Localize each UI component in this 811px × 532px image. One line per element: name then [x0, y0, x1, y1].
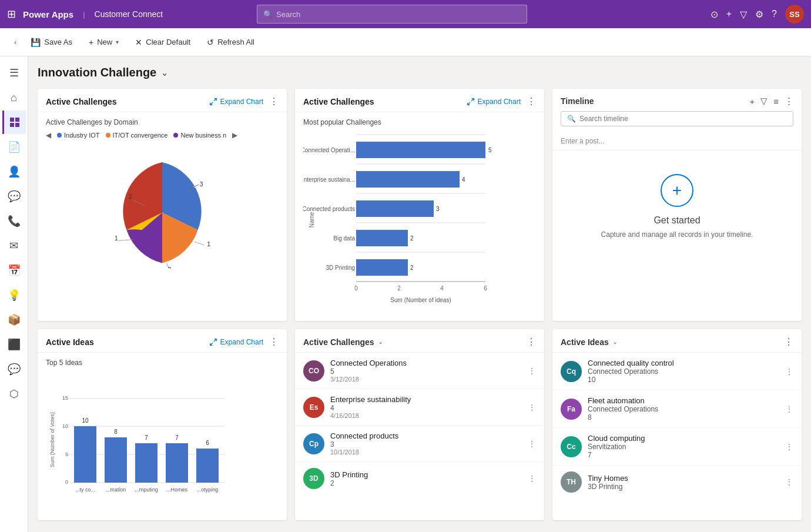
- ideas-expand-button[interactable]: Expand Chart: [209, 338, 263, 346]
- sidebar-home-icon[interactable]: ⌂: [2, 86, 26, 109]
- sidebar-chat-icon[interactable]: 💬: [2, 185, 26, 208]
- legend-label-itot: IT/OT convergence: [113, 132, 168, 139]
- timeline-list-icon[interactable]: ≡: [773, 96, 779, 106]
- timeline-filter-icon[interactable]: ▽: [760, 96, 768, 106]
- save-as-button[interactable]: 💾 Save As: [24, 34, 79, 51]
- clear-default-button[interactable]: ✕ Clear Default: [128, 34, 197, 51]
- svg-rect-25: [356, 171, 460, 188]
- ideas-chart-more-button[interactable]: ⋮: [269, 336, 279, 347]
- challenges-list-more-button[interactable]: ⋮: [527, 336, 536, 347]
- timeline-add-icon[interactable]: +: [749, 96, 755, 106]
- pie-card-actions: Expand Chart ⋮: [209, 96, 279, 107]
- back-button[interactable]: ‹: [9, 34, 21, 50]
- sidebar-person-icon[interactable]: 👤: [2, 160, 26, 183]
- item-more-cc[interactable]: ⋮: [785, 442, 793, 451]
- svg-line-10: [119, 239, 133, 240]
- svg-text:...Homes: ...Homes: [166, 487, 188, 493]
- item-avatar-co: CO: [303, 360, 324, 382]
- expand-icon: [209, 98, 217, 106]
- sidebar-menu-icon[interactable]: ☰: [2, 61, 26, 85]
- refresh-all-button[interactable]: ↺ Refresh All: [200, 34, 262, 51]
- bar-card-title: Active Challenges: [303, 97, 374, 106]
- item-more-3d[interactable]: ⋮: [528, 474, 536, 483]
- sidebar-doc-icon[interactable]: 📄: [2, 135, 26, 159]
- help-icon[interactable]: ?: [772, 9, 777, 19]
- get-started-description: Capture and manage all records in your t…: [601, 230, 753, 239]
- legend-next[interactable]: ▶: [232, 131, 237, 139]
- item-info-es: Enterprise sustainability 4 4/16/2018: [330, 395, 522, 419]
- sidebar-grid-icon[interactable]: ⬛: [2, 333, 26, 356]
- item-name-es: Enterprise sustainability: [330, 395, 522, 404]
- legend-prev[interactable]: ◀: [46, 131, 51, 139]
- timeline-search-icon: 🔍: [567, 115, 576, 123]
- item-more-es[interactable]: ⋮: [528, 403, 536, 412]
- item-more-cp[interactable]: ⋮: [528, 439, 536, 449]
- ideas-list-more-button[interactable]: ⋮: [784, 336, 793, 347]
- item-more-th[interactable]: ⋮: [785, 477, 793, 487]
- item-sub-cq: Connected Operations: [588, 367, 779, 376]
- sidebar-mail-icon[interactable]: ✉: [2, 234, 26, 257]
- add-icon[interactable]: +: [726, 9, 732, 19]
- clear-icon: ✕: [135, 38, 142, 47]
- sidebar-dashboard-icon[interactable]: [2, 111, 26, 134]
- item-avatar-cp: Cp: [303, 433, 324, 454]
- timeline-search-bar[interactable]: 🔍: [561, 111, 793, 126]
- item-avatar-fa: Fa: [561, 399, 582, 420]
- item-more-cq[interactable]: ⋮: [785, 367, 793, 376]
- active-challenges-pie-card: Active Challenges Expand Chart ⋮ Active …: [38, 89, 287, 321]
- svg-text:1: 1: [115, 235, 118, 242]
- challenges-list-title-wrap: Active Challenges ⌄: [303, 337, 383, 347]
- svg-text:Name: Name: [309, 212, 315, 227]
- new-dropdown-chevron[interactable]: ▾: [116, 39, 119, 45]
- enter-post-area[interactable]: Enter a post...: [552, 132, 802, 150]
- filter-icon[interactable]: ▽: [740, 9, 747, 20]
- sidebar-calendar-icon[interactable]: 📅: [2, 259, 26, 282]
- expand-icon-bar: [467, 98, 475, 106]
- list-item: TH Tiny Homes 3D Printing ⋮: [552, 466, 802, 498]
- timeline-title: Timeline: [561, 96, 594, 106]
- circle-arrow-icon[interactable]: ⊙: [711, 9, 718, 20]
- bar-expand-button[interactable]: Expand Chart: [467, 98, 521, 106]
- timeline-search-input[interactable]: [579, 115, 787, 123]
- timeline-more-icon[interactable]: ⋮: [785, 96, 793, 106]
- item-count-co: 5: [330, 367, 522, 376]
- challenges-list-header: Active Challenges ⌄ ⋮: [295, 329, 544, 353]
- search-input[interactable]: [276, 10, 521, 19]
- sidebar-phone-icon[interactable]: 📞: [2, 209, 26, 233]
- item-avatar-es: Es: [303, 397, 324, 418]
- sidebar-box-icon[interactable]: 📦: [2, 308, 26, 332]
- apps-grid-icon[interactable]: ⊞: [7, 8, 16, 21]
- svg-text:6: 6: [206, 440, 209, 446]
- new-button[interactable]: + New ▾: [82, 34, 126, 51]
- search-icon: 🔍: [263, 10, 273, 19]
- challenges-list-chevron[interactable]: ⌄: [378, 338, 383, 346]
- svg-rect-55: [135, 443, 157, 483]
- bar-more-button[interactable]: ⋮: [527, 96, 536, 107]
- sidebar-lightbulb-icon[interactable]: 💡: [2, 283, 26, 307]
- item-more-co[interactable]: ⋮: [528, 366, 536, 376]
- svg-text:Big data: Big data: [333, 235, 355, 242]
- pie-more-button[interactable]: ⋮: [269, 96, 279, 107]
- sidebar-bubble-icon[interactable]: 💬: [2, 357, 26, 381]
- svg-rect-53: [105, 437, 127, 483]
- svg-text:Enterprise sustaina...: Enterprise sustaina...: [303, 176, 355, 183]
- user-avatar[interactable]: SS: [785, 5, 804, 24]
- timeline-add-button[interactable]: +: [661, 174, 693, 207]
- settings-icon[interactable]: ⚙: [755, 9, 763, 20]
- svg-text:15: 15: [62, 395, 68, 401]
- main-content: Innovation Challenge ⌄ Active Challenges…: [28, 56, 811, 532]
- global-search-bar[interactable]: 🔍: [257, 5, 527, 24]
- item-more-fa[interactable]: ⋮: [785, 404, 793, 414]
- svg-text:3: 3: [200, 181, 203, 188]
- pie-expand-button[interactable]: Expand Chart: [209, 98, 263, 106]
- svg-text:3: 3: [193, 182, 196, 189]
- item-count-fa: 8: [588, 413, 779, 421]
- item-date-co: 3/12/2018: [330, 376, 522, 383]
- svg-rect-2: [10, 123, 14, 127]
- page-title-chevron[interactable]: ⌄: [161, 68, 168, 78]
- ideas-list-items: Cq Connected quality control Connected O…: [552, 353, 802, 498]
- ideas-chart-actions: Expand Chart ⋮: [209, 336, 279, 347]
- svg-text:Connected Operati...: Connected Operati...: [303, 147, 355, 153]
- ideas-list-chevron[interactable]: ⌄: [612, 338, 618, 346]
- sidebar-hex-icon[interactable]: ⬡: [2, 382, 26, 406]
